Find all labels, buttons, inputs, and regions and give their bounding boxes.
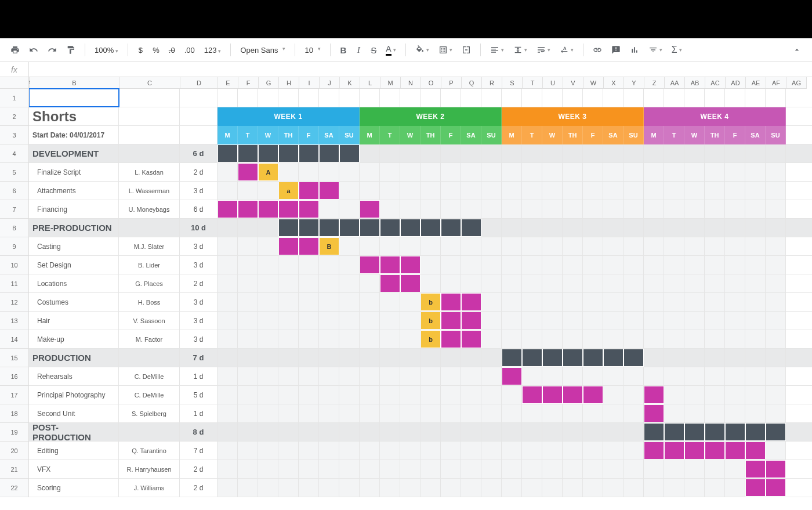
gantt-cell[interactable] — [502, 404, 522, 422]
gantt-cell[interactable] — [441, 479, 461, 497]
gantt-cell[interactable] — [563, 460, 583, 478]
gantt-cell[interactable] — [380, 442, 400, 460]
gantt-cell[interactable] — [664, 423, 684, 441]
gantt-cell[interactable] — [461, 163, 481, 181]
gantt-cell[interactable] — [238, 386, 258, 404]
col-header-P[interactable]: P — [441, 77, 462, 89]
gantt-cell[interactable] — [522, 219, 542, 237]
task-duration[interactable]: 5 d — [180, 386, 217, 404]
gantt-cell[interactable] — [624, 182, 644, 200]
gantt-cell[interactable] — [380, 274, 400, 292]
gantt-cell[interactable] — [725, 404, 745, 422]
gantt-cell[interactable] — [319, 200, 339, 218]
gantt-cell[interactable] — [238, 330, 258, 348]
borders-icon[interactable]: ▾ — [435, 43, 456, 57]
gantt-cell[interactable] — [705, 330, 725, 348]
gantt-cell[interactable] — [563, 256, 583, 274]
gantt-cell[interactable] — [299, 163, 319, 181]
gantt-cell[interactable] — [400, 312, 420, 330]
start-date[interactable]: Start Date: 04/01/2017 — [29, 126, 119, 144]
gantt-cell[interactable] — [441, 367, 461, 385]
gantt-cell[interactable] — [624, 219, 644, 237]
gantt-cell[interactable] — [542, 274, 563, 292]
gantt-cell[interactable] — [461, 182, 481, 200]
gantt-cell[interactable] — [664, 200, 684, 218]
task-person[interactable] — [119, 423, 180, 441]
gantt-cell[interactable] — [360, 367, 380, 385]
gantt-cell[interactable] — [542, 256, 563, 274]
gantt-cell[interactable] — [461, 144, 481, 162]
gantt-cell[interactable] — [400, 423, 420, 441]
gantt-cell[interactable] — [461, 367, 481, 385]
gantt-cell[interactable] — [339, 182, 360, 200]
gantt-cell[interactable] — [380, 89, 400, 107]
gantt-cell[interactable] — [502, 182, 522, 200]
gantt-cell[interactable] — [400, 330, 420, 348]
gantt-cell[interactable] — [441, 293, 461, 311]
col-header-F[interactable]: F — [238, 77, 259, 89]
row-header-18[interactable]: 18 — [0, 404, 28, 423]
gantt-cell[interactable] — [461, 293, 481, 311]
gantt-cell[interactable] — [745, 256, 766, 274]
gantt-cell[interactable] — [502, 219, 522, 237]
gantt-cell[interactable] — [238, 442, 258, 460]
gantt-cell[interactable] — [725, 274, 745, 292]
gantt-cell[interactable] — [583, 237, 603, 255]
gantt-cell[interactable] — [745, 460, 766, 478]
decrease-decimal[interactable]: .0 — [165, 43, 179, 57]
gantt-cell[interactable] — [299, 349, 319, 367]
gantt-cell[interactable] — [644, 182, 664, 200]
gantt-cell[interactable] — [563, 89, 583, 107]
gantt-cell[interactable] — [522, 200, 542, 218]
gantt-cell[interactable] — [217, 163, 238, 181]
gantt-cell[interactable] — [502, 256, 522, 274]
gantt-cell[interactable] — [299, 442, 319, 460]
task-person[interactable]: B. Lider — [119, 256, 180, 274]
gantt-cell[interactable] — [380, 330, 400, 348]
text-rotation-icon[interactable]: ▾ — [556, 43, 577, 57]
gantt-cell[interactable] — [725, 312, 745, 330]
gantt-cell[interactable] — [339, 442, 360, 460]
col-header-AC[interactable]: AC — [705, 77, 726, 89]
gantt-cell[interactable] — [624, 460, 644, 478]
redo-icon[interactable] — [44, 43, 60, 57]
task-name[interactable]: Scoring — [29, 479, 119, 497]
gantt-cell[interactable] — [644, 237, 664, 255]
gantt-cell[interactable] — [360, 349, 380, 367]
gantt-cell[interactable] — [725, 237, 745, 255]
gantt-cell[interactable] — [400, 293, 420, 311]
gantt-cell[interactable] — [745, 182, 766, 200]
gantt-cell[interactable] — [380, 237, 400, 255]
gantt-cell[interactable] — [725, 256, 745, 274]
gantt-cell[interactable] — [745, 144, 766, 162]
gantt-cell[interactable] — [624, 163, 644, 181]
gantt-cell[interactable] — [319, 349, 339, 367]
col-header-AA[interactable]: AA — [665, 77, 685, 89]
gantt-cell[interactable] — [238, 256, 258, 274]
gantt-cell[interactable] — [522, 404, 542, 422]
gantt-cell[interactable] — [684, 144, 705, 162]
task-name[interactable]: POST-PRODUCTION — [29, 423, 119, 441]
gantt-cell[interactable] — [360, 479, 380, 497]
gantt-cell[interactable] — [420, 404, 441, 422]
gantt-cell[interactable] — [502, 386, 522, 404]
gantt-cell[interactable] — [400, 367, 420, 385]
gantt-cell[interactable] — [319, 442, 339, 460]
gantt-cell[interactable] — [299, 312, 319, 330]
gantt-cell[interactable] — [319, 89, 339, 107]
gantt-cell[interactable] — [420, 274, 441, 292]
gantt-cell[interactable] — [441, 386, 461, 404]
gantt-cell[interactable] — [705, 460, 725, 478]
gantt-cell[interactable] — [461, 237, 481, 255]
gantt-cell[interactable] — [339, 349, 360, 367]
functions-icon[interactable]: Σ▾ — [668, 43, 686, 57]
gantt-cell[interactable] — [217, 386, 238, 404]
col-header-O[interactable]: O — [421, 77, 441, 89]
gantt-cell[interactable] — [766, 330, 786, 348]
gantt-cell[interactable] — [583, 330, 603, 348]
gantt-cell[interactable]: B — [319, 237, 339, 255]
task-duration[interactable]: 1 d — [180, 367, 217, 385]
gantt-cell[interactable] — [603, 163, 624, 181]
gantt-cell[interactable] — [542, 182, 563, 200]
gantt-cell[interactable] — [502, 349, 522, 367]
